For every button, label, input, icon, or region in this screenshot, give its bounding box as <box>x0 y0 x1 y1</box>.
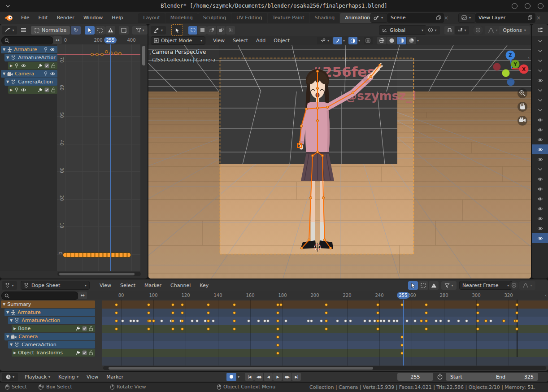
pin-icon[interactable] <box>43 71 48 76</box>
dope-channel-armatureaction[interactable]: ▼ArmatureAction <box>8 317 95 324</box>
gizmos-toggle[interactable] <box>333 37 342 44</box>
keyframe-231[interactable] <box>363 319 366 322</box>
shading-dropdown[interactable]: ▾ <box>417 39 419 43</box>
snap-settings-dropdown[interactable]: ▾ <box>455 26 469 35</box>
auto-keying-toggle[interactable] <box>226 373 236 381</box>
channel-eye-icon[interactable] <box>21 64 26 68</box>
collapse-triangle-icon[interactable]: ▶ <box>10 88 13 92</box>
collapse-chevron-icon[interactable] <box>538 49 543 52</box>
keyframe-269[interactable] <box>425 311 428 314</box>
scene-name-field[interactable]: Scene <box>387 13 444 23</box>
channel-eye-icon[interactable] <box>21 88 26 92</box>
outliner-row-9[interactable] <box>532 125 548 135</box>
show-gizmo-dropdown[interactable]: ▾ <box>317 37 332 44</box>
workspace-tab-shading[interactable]: Shading <box>310 13 340 23</box>
window-close-button[interactable] <box>538 3 544 9</box>
outliner-row-3[interactable] <box>532 65 548 75</box>
keyframe-269[interactable] <box>425 319 428 322</box>
keyframe-150[interactable] <box>233 311 236 314</box>
graph-keyframe[interactable] <box>114 52 117 55</box>
dope-filter-button[interactable]: ▾ <box>441 281 457 290</box>
outliner-row-2[interactable] <box>532 56 548 65</box>
keyframe-127[interactable] <box>196 319 199 322</box>
collapse-chevron-icon[interactable] <box>538 89 543 92</box>
expand-triangle-icon[interactable]: ▼ <box>3 72 5 76</box>
keyframe-241[interactable] <box>379 319 383 322</box>
snap-mode-dropdown[interactable]: Nearest Frame▾ <box>459 281 512 290</box>
menu-window[interactable]: Window <box>79 15 107 21</box>
dope-editor-type-button[interactable]: ▾ <box>2 281 17 290</box>
new-scene-copy-icon[interactable] <box>436 15 441 20</box>
blender-logo-icon[interactable] <box>4 14 13 21</box>
keyframe-97[interactable] <box>147 303 150 306</box>
visibility-eye-icon[interactable] <box>537 157 543 161</box>
keyframe-207[interactable] <box>325 327 328 331</box>
keyframe-289[interactable] <box>457 319 460 322</box>
channel-eye-icon[interactable] <box>50 72 56 76</box>
viewport-canvas[interactable]: #256fes @szymsz_l <box>148 45 531 279</box>
jump-to-start-button[interactable]: |◀ <box>245 373 254 381</box>
outliner-row-4[interactable] <box>532 75 548 85</box>
dope-menu-view[interactable]: View <box>95 283 116 288</box>
window-maximize-button[interactable] <box>525 3 531 9</box>
outliner-row-14[interactable] <box>532 174 548 184</box>
select-mode-extend-button[interactable] <box>207 26 216 35</box>
select-mode-tweak-button[interactable] <box>188 26 197 35</box>
pivot-point-dropdown[interactable]: ▾ <box>425 26 440 35</box>
expand-triangle-icon[interactable]: ▼ <box>6 56 9 60</box>
timeline-editor-type-button[interactable]: ▾ <box>2 373 18 381</box>
auto-keying-dropdown[interactable]: ▾ <box>238 375 239 379</box>
graph-keyframe[interactable] <box>105 50 108 53</box>
keyframe-234[interactable] <box>368 319 371 322</box>
dope-falloff-dropdown[interactable]: ▾ <box>519 281 535 290</box>
dope-warning-button[interactable] <box>429 281 439 290</box>
keyframe-171[interactable] <box>266 319 270 322</box>
collapse-chevron-icon[interactable] <box>538 39 543 43</box>
keyframe-177[interactable] <box>276 311 279 314</box>
axis-ball-negy[interactable] <box>502 70 510 77</box>
keyframe-198[interactable] <box>310 319 313 322</box>
keyframe-177[interactable] <box>276 303 279 306</box>
keyframe-325[interactable] <box>515 327 518 331</box>
keyframe-97[interactable] <box>147 327 150 331</box>
keyframe-118[interactable] <box>181 311 184 314</box>
keyframe-81[interactable] <box>121 319 124 322</box>
keyframe-134[interactable] <box>207 319 210 322</box>
proportional-editing-toggle[interactable] <box>473 26 483 35</box>
dope-menu-key[interactable]: Key <box>195 283 213 288</box>
graph-channel-camera[interactable]: ▼Camera <box>1 70 57 78</box>
dope-box-select-button[interactable] <box>418 281 428 290</box>
dope-channel-camera[interactable]: ▼Camera <box>4 333 95 340</box>
scene-browse-button[interactable]: ▾ <box>370 13 387 23</box>
outliner-row-7[interactable] <box>532 105 548 115</box>
visibility-eye-icon[interactable] <box>537 226 543 231</box>
overlays-toggle[interactable] <box>348 37 357 44</box>
graph-channel-armature[interactable]: ▼Armature <box>1 46 57 53</box>
shading-wireframe-button[interactable] <box>377 37 387 44</box>
keyframe-118[interactable] <box>181 319 184 322</box>
viewport-menu-select[interactable]: Select <box>229 38 252 44</box>
keyframe-301[interactable] <box>476 327 479 331</box>
shading-material-button[interactable] <box>397 37 406 44</box>
keyframe-134[interactable] <box>207 327 210 331</box>
keyframe-134[interactable] <box>207 311 210 314</box>
mode-dropdown[interactable]: Object Mode ▾ <box>151 36 205 45</box>
active-tool-button[interactable] <box>171 24 183 36</box>
timeline-menu-view[interactable]: View <box>83 374 102 380</box>
modifier-wrench-icon[interactable] <box>75 350 80 355</box>
keyframe-77[interactable] <box>115 327 118 331</box>
dope-menu-select[interactable]: Select <box>116 283 140 288</box>
keyframe-90[interactable] <box>136 319 139 322</box>
auto-normalize-toggle[interactable]: ↻ <box>71 26 81 35</box>
keyframe-239[interactable] <box>376 327 379 331</box>
visibility-eye-icon[interactable] <box>537 118 543 122</box>
pin-icon[interactable] <box>14 63 19 68</box>
transform-orientation-dropdown[interactable]: Global ▾ <box>379 25 426 35</box>
area-corner-chevron[interactable]: ‹ <box>528 55 530 60</box>
keyframe-150[interactable] <box>233 303 236 306</box>
keyframe-204[interactable] <box>320 319 323 322</box>
hamburger-menu-icon[interactable] <box>21 28 26 32</box>
outliner-row-13[interactable] <box>532 164 548 174</box>
menu-file[interactable]: File <box>17 15 34 21</box>
dope-current-frame-badge[interactable]: 255 <box>397 292 409 299</box>
